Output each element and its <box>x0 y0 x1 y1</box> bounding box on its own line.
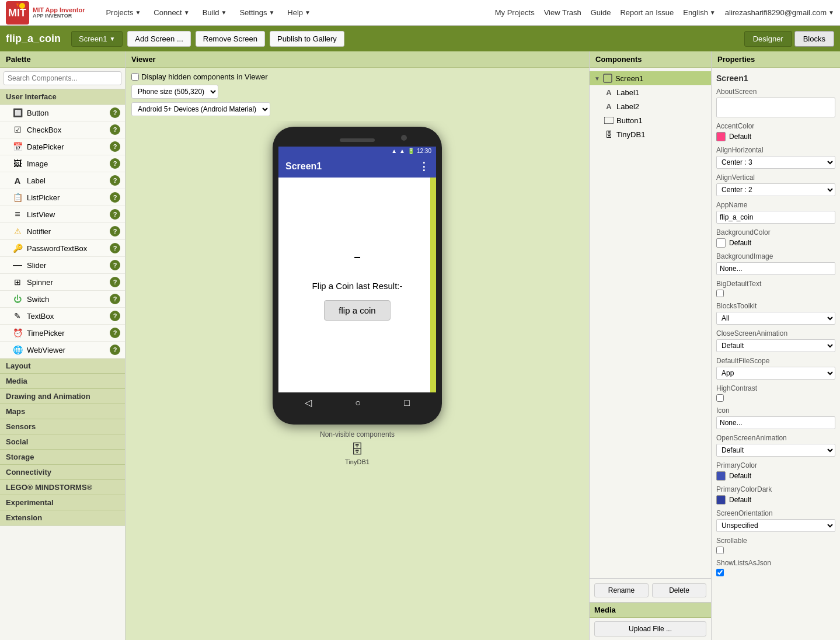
label-icon: A <box>604 101 614 112</box>
palette-item-switch[interactable]: ⏻ Switch ? <box>0 291 125 308</box>
screen-orientation-select[interactable]: Unspecified <box>716 519 835 532</box>
blocks-toolkit-select[interactable]: All <box>716 312 835 325</box>
help-icon[interactable]: ? <box>110 192 120 203</box>
default-file-scope-select[interactable]: App <box>716 367 835 380</box>
publish-to-gallery-button[interactable]: Publish to Gallery <box>270 31 344 47</box>
palette-category-extension[interactable]: Extension <box>0 510 125 526</box>
language-selector[interactable]: English ▼ <box>683 8 716 17</box>
help-icon[interactable]: ? <box>110 277 120 287</box>
help-icon[interactable]: ? <box>110 226 120 236</box>
palette-category-maps[interactable]: Maps <box>0 404 125 419</box>
palette-item-datepicker[interactable]: 📅 DatePicker ? <box>0 138 125 155</box>
close-screen-anim-select[interactable]: Default <box>716 339 835 352</box>
palette-item-timepicker[interactable]: ⏰ TimePicker ? <box>0 325 125 342</box>
palette-item-image[interactable]: 🖼 Image ? <box>0 155 125 172</box>
help-icon[interactable]: ? <box>110 294 120 304</box>
display-hidden-label[interactable]: Display hidden components in Viewer <box>131 72 268 81</box>
help-icon[interactable]: ? <box>110 328 120 338</box>
nav-projects[interactable]: Projects ▼ <box>100 6 147 19</box>
phone-size-select[interactable]: Phone size (505,320) <box>131 85 218 99</box>
component-label2[interactable]: A Label2 <box>590 99 711 113</box>
chevron-down-icon: ▼ <box>135 9 141 16</box>
report-issue-link[interactable]: Report an Issue <box>620 8 674 17</box>
help-icon[interactable]: ? <box>110 158 120 169</box>
component-tinydb1[interactable]: 🗄 TinyDB1 <box>590 127 711 141</box>
rename-button[interactable]: Rename <box>594 583 649 597</box>
delete-button[interactable]: Delete <box>652 583 706 597</box>
help-icon[interactable]: ? <box>110 311 120 321</box>
palette-category-connectivity[interactable]: Connectivity <box>0 465 125 480</box>
palette-category-storage[interactable]: Storage <box>0 450 125 465</box>
palette-item-slider[interactable]: — Slider ? <box>0 257 125 274</box>
align-horizontal-select[interactable]: Center : 3 <box>716 156 835 169</box>
nav-connect[interactable]: Connect ▼ <box>148 6 195 19</box>
nav-help[interactable]: Help ▼ <box>281 6 316 19</box>
palette-item-textbox[interactable]: ✎ TextBox ? <box>0 308 125 325</box>
show-lists-as-json-checkbox[interactable] <box>716 569 724 576</box>
help-icon[interactable]: ? <box>110 243 120 253</box>
palette-item-checkbox[interactable]: ☑ CheckBox ? <box>0 121 125 138</box>
add-screen-button[interactable]: Add Screen ... <box>127 31 190 47</box>
appname-input[interactable] <box>716 211 835 224</box>
palette-category-drawing[interactable]: Drawing and Animation <box>0 389 125 404</box>
prop-primary-color-dark: PrimaryColorDark Default <box>716 485 835 505</box>
phone-flip-button[interactable]: flip a coin <box>324 300 390 321</box>
help-icon[interactable]: ? <box>110 124 120 135</box>
palette-category-lego[interactable]: LEGO® MINDSTORMS® <box>0 480 125 495</box>
palette-item-listpicker[interactable]: 📋 ListPicker ? <box>0 189 125 206</box>
about-screen-input[interactable] <box>716 98 835 117</box>
recent-nav-icon[interactable]: □ <box>404 398 410 408</box>
blocks-mode-button[interactable]: Blocks <box>794 31 834 47</box>
component-label1[interactable]: A Label1 <box>590 85 711 99</box>
palette-item-spinner[interactable]: ⊞ Spinner ? <box>0 274 125 291</box>
big-default-text-checkbox[interactable] <box>716 290 724 297</box>
palette-category-layout[interactable]: Layout <box>0 359 125 374</box>
designer-mode-button[interactable]: Designer <box>744 31 792 47</box>
help-icon[interactable]: ? <box>110 107 120 118</box>
open-screen-anim-select[interactable]: Default <box>716 444 835 457</box>
palette-item-notifier[interactable]: ⚠ Notifier ? <box>0 223 125 240</box>
help-icon[interactable]: ? <box>110 209 120 220</box>
background-image-input[interactable] <box>716 262 835 275</box>
screen-selector-button[interactable]: Screen1 ▼ <box>71 31 123 47</box>
user-account[interactable]: alirezasharifi8290@gmail.com ▼ <box>725 8 834 17</box>
collapse-icon[interactable]: ▼ <box>594 75 600 82</box>
display-hidden-checkbox[interactable] <box>131 73 139 81</box>
help-icon[interactable]: ? <box>110 260 120 270</box>
my-projects-link[interactable]: My Projects <box>495 8 535 17</box>
help-icon[interactable]: ? <box>110 345 120 355</box>
palette-category-experimental[interactable]: Experimental <box>0 495 125 510</box>
icon-input[interactable] <box>716 416 835 429</box>
prop-show-lists-as-json: ShowListsAsJson <box>716 559 835 576</box>
scrollable-checkbox[interactable] <box>716 547 724 554</box>
home-nav-icon[interactable]: ○ <box>355 398 361 408</box>
back-nav-icon[interactable]: ◁ <box>305 397 312 408</box>
nav-settings[interactable]: Settings ▼ <box>233 6 280 19</box>
high-contrast-checkbox[interactable] <box>716 394 724 402</box>
palette-item-label[interactable]: A Label ? <box>0 172 125 189</box>
palette-category-media[interactable]: Media <box>0 374 125 389</box>
view-trash-link[interactable]: View Trash <box>544 8 581 17</box>
remove-screen-button[interactable]: Remove Screen <box>196 31 265 47</box>
align-vertical-select[interactable]: Center : 2 <box>716 183 835 196</box>
palette-category-social[interactable]: Social <box>0 434 125 450</box>
prop-color-row: Default <box>716 471 835 481</box>
palette-item-listview[interactable]: ≡ ListView ? <box>0 206 125 223</box>
component-actions: Rename Delete <box>590 578 711 603</box>
palette-category-ui[interactable]: User Interface <box>0 89 125 105</box>
help-icon[interactable]: ? <box>110 141 120 152</box>
palette-item-button[interactable]: 🔲 Button ? <box>0 105 125 121</box>
nav-build[interactable]: Build ▼ <box>197 6 233 19</box>
guide-link[interactable]: Guide <box>591 8 611 17</box>
android-version-select[interactable]: Android 5+ Devices (Android Material) <box>131 102 270 116</box>
palette-item-passwordtextbox[interactable]: 🔑 PasswordTextBox ? <box>0 240 125 257</box>
search-input[interactable] <box>4 71 121 85</box>
palette-item-webviewer[interactable]: 🌐 WebViewer ? <box>0 342 125 359</box>
palette-category-sensors[interactable]: Sensors <box>0 419 125 434</box>
upload-file-button[interactable]: Upload File ... <box>594 621 706 636</box>
help-icon[interactable]: ? <box>110 175 120 186</box>
component-label: Label2 <box>616 102 639 111</box>
prop-value-text: Default <box>729 133 751 141</box>
component-button1[interactable]: Button1 <box>590 113 711 127</box>
component-screen1[interactable]: ▼ Screen1 <box>590 71 711 85</box>
